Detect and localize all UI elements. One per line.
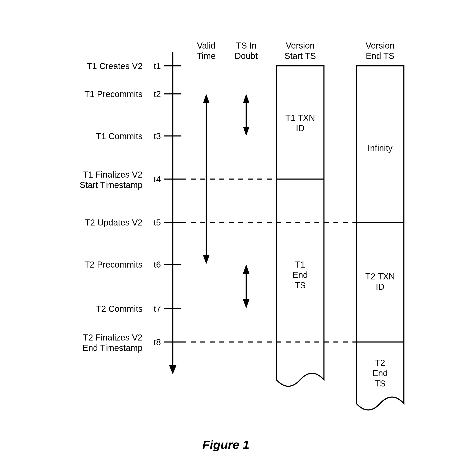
tick-label: t1 <box>154 61 161 71</box>
header-version-start-2: Start TS <box>284 51 316 61</box>
header-version-end-1: Version <box>366 41 394 50</box>
tick-label: t7 <box>154 304 161 313</box>
event-label: Start Timestamp <box>80 180 143 190</box>
event-label: T2 Precommits <box>84 260 143 269</box>
cell-text: T1 TXN <box>285 113 315 123</box>
header-ts-in-doubt-1: TS In <box>236 41 257 50</box>
event-label: T1 Creates V2 <box>87 61 143 71</box>
event-label: T1 Precommits <box>84 89 143 99</box>
cell-text: End <box>372 368 388 378</box>
header-valid-time-2: Time <box>197 51 216 61</box>
tick-label: t5 <box>154 218 161 227</box>
arrowhead-down-icon <box>243 299 249 309</box>
tick-label: t3 <box>154 131 161 141</box>
event-label: T2 Updates V2 <box>85 218 143 227</box>
cell-text: Infinity <box>368 143 393 153</box>
header-version-start-1: Version <box>286 41 314 50</box>
figure-caption: Figure 1 <box>202 438 249 451</box>
tick-label: t8 <box>154 338 161 347</box>
arrowhead-up-icon <box>243 264 249 274</box>
arrowhead-down-icon <box>203 255 209 264</box>
cell-text: T2 TXN <box>365 272 395 281</box>
event-label: T1 Commits <box>96 131 143 141</box>
header-valid-time-1: Valid <box>197 41 216 50</box>
arrowhead-up-icon <box>203 94 209 103</box>
event-label: T2 Commits <box>96 304 143 313</box>
event-label: T2 Finalizes V2 <box>83 333 143 342</box>
tick-label: t6 <box>154 260 161 269</box>
event-label: End Timestamp <box>82 343 143 352</box>
diagram-svg: Valid Time TS In Doubt Version Start TS … <box>0 0 452 476</box>
cell-text: ID <box>376 282 384 292</box>
tick-label: t4 <box>154 175 161 184</box>
event-label: T1 Finalizes V2 <box>83 170 143 179</box>
arrowhead-up-icon <box>243 94 249 103</box>
tick-label: t2 <box>154 89 161 99</box>
cell-text: T1 <box>295 260 305 269</box>
cell-text: End <box>292 270 308 280</box>
cell-text: T2 <box>375 358 385 367</box>
arrowhead-down-icon <box>243 127 249 136</box>
cell-text: TS <box>295 280 306 290</box>
cell-text: TS <box>374 379 386 388</box>
header-version-end-2: End TS <box>366 51 395 61</box>
cell-text: ID <box>296 124 305 133</box>
header-ts-in-doubt-2: Doubt <box>235 51 258 61</box>
time-axis-arrowhead-icon <box>169 365 177 374</box>
